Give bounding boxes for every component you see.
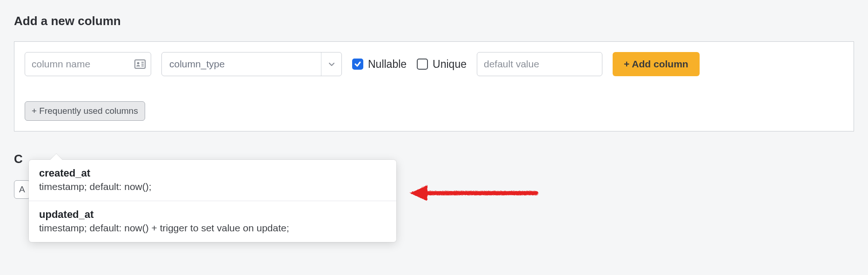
add-column-row: column_type Nullable — [25, 52, 843, 76]
unique-group: Unique — [417, 58, 467, 71]
section-title: Add a new column — [14, 14, 854, 28]
popover-item-desc: timestamp; default: now(); — [39, 181, 386, 192]
default-value-input[interactable] — [477, 52, 602, 76]
popover-item-updated-at[interactable]: updated_at timestamp; default: now() + t… — [29, 201, 396, 242]
add-column-button[interactable]: + Add column — [613, 52, 700, 76]
nullable-label: Nullable — [368, 58, 407, 71]
nullable-checkbox[interactable] — [352, 59, 363, 70]
column-type-placeholder: column_type — [162, 59, 321, 70]
unique-label: Unique — [433, 58, 467, 71]
id-card-icon — [134, 59, 146, 70]
chevron-down-icon — [321, 52, 341, 76]
popover-item-created-at[interactable]: created_at timestamp; default: now(); — [29, 160, 396, 201]
frequently-used-popover: created_at timestamp; default: now(); up… — [29, 160, 396, 242]
column-name-wrap — [25, 52, 151, 76]
under-button[interactable]: A — [14, 180, 30, 199]
popover-item-title: updated_at — [39, 209, 386, 221]
column-type-select[interactable]: column_type — [161, 52, 342, 76]
unique-checkbox[interactable] — [417, 59, 428, 70]
popover-item-desc: timestamp; default: now() + trigger to s… — [39, 223, 386, 234]
popover-item-title: created_at — [39, 167, 386, 179]
column-name-input[interactable] — [25, 52, 151, 76]
frequently-used-columns-button[interactable]: + Frequently used columns — [25, 101, 145, 121]
add-column-panel: column_type Nullable — [14, 41, 854, 131]
svg-point-1 — [137, 62, 140, 65]
nullable-group: Nullable — [352, 58, 407, 71]
